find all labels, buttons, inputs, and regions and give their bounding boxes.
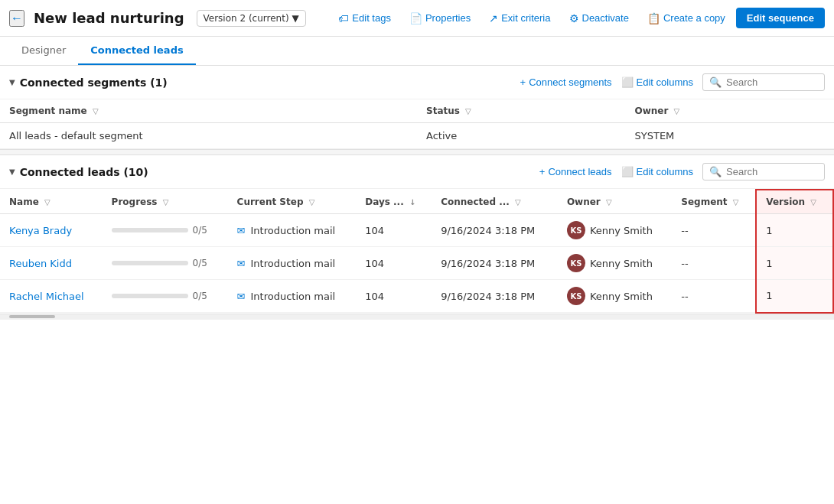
owner-name: Kenny Smith (590, 291, 653, 302)
connected-cell: 9/16/2024 3:18 PM (432, 280, 558, 313)
col-days[interactable]: Days ... ↓ (356, 190, 432, 214)
segments-search-box[interactable]: 🔍 (702, 73, 825, 91)
col-segment[interactable]: Segment ▽ (672, 190, 756, 214)
leads-plus-icon: + (539, 166, 546, 177)
segment-cell: -- (672, 247, 756, 280)
segments-section-header: ▼ Connected segments (1) + Connect segme… (0, 66, 834, 99)
col-status[interactable]: Status ▽ (417, 99, 626, 123)
app-header: ← New lead nurturing Version 2 (current)… (0, 0, 834, 37)
connect-segments-button[interactable]: + Connect segments (520, 76, 612, 88)
segments-table-header-row: Segment name ▽ Status ▽ Owner ▽ (0, 99, 834, 123)
connect-segments-label: Connect segments (529, 76, 611, 88)
avatar: KS (567, 221, 585, 239)
days-sort-icon: ↓ (409, 198, 415, 206)
col-version[interactable]: Version ▽ (756, 190, 833, 214)
leads-search-icon: 🔍 (709, 166, 722, 177)
leads-title-text: Connected leads (10) (20, 166, 148, 178)
status-cell: Active (417, 123, 626, 149)
connect-leads-button[interactable]: + Connect leads (539, 166, 612, 177)
version-sort-icon: ▽ (810, 198, 816, 206)
exit-criteria-button[interactable]: ↗ Exit criteria (481, 8, 558, 28)
segment-sort-icon: ▽ (733, 198, 739, 206)
leads-section-title[interactable]: ▼ Connected leads (10) (9, 166, 148, 178)
progress-cell: 0/5 (103, 247, 228, 280)
current-step-cell: ✉ Introduction mail (228, 280, 357, 313)
mail-icon: ✉ (237, 291, 246, 302)
connected-sort-icon: ▽ (515, 198, 521, 206)
progress-sort-icon: ▽ (163, 198, 169, 206)
segments-chevron: ▼ (9, 78, 15, 86)
segment-name-sort-icon: ▽ (93, 107, 99, 115)
col-progress[interactable]: Progress ▽ (103, 190, 228, 214)
progress-cell: 0/5 (103, 214, 228, 247)
table-row: Kenya Brady 0/5 ✉ Introduction mail 104 … (0, 214, 833, 247)
properties-button[interactable]: 📄 Properties (402, 8, 478, 28)
edit-sequence-button[interactable]: Edit sequence (736, 8, 825, 28)
col-segment-name[interactable]: Segment name ▽ (0, 99, 417, 123)
properties-icon: 📄 (409, 12, 422, 24)
version-cell: 1 (756, 214, 833, 247)
tab-designer[interactable]: Designer (9, 37, 78, 65)
table-row: Rachel Michael 0/5 ✉ Introduction mail 1… (0, 280, 833, 313)
page-title: New lead nurturing (34, 10, 184, 26)
create-copy-button[interactable]: 📋 Create a copy (640, 8, 733, 28)
leads-section-header: ▼ Connected leads (10) + Connect leads ⬜… (0, 155, 834, 189)
back-button[interactable]: ← (9, 10, 24, 27)
edit-columns-segments-button[interactable]: ⬜ Edit columns (621, 76, 693, 88)
edit-columns-segments-label: Edit columns (637, 76, 693, 88)
header-actions: 🏷 Edit tags 📄 Properties ↗ Exit criteria… (331, 8, 825, 28)
edit-columns-leads-button[interactable]: ⬜ Edit columns (621, 166, 693, 177)
segments-search-input[interactable] (726, 76, 818, 88)
col-owner[interactable]: Owner ▽ (626, 99, 834, 123)
search-icon: 🔍 (709, 76, 722, 88)
edit-tags-label: Edit tags (352, 12, 391, 24)
connected-cell: 9/16/2024 3:18 PM (432, 214, 558, 247)
owner-cell: KS Kenny Smith (558, 280, 672, 313)
exit-criteria-label: Exit criteria (501, 12, 550, 24)
current-step-sort-icon: ▽ (309, 198, 315, 206)
mail-icon: ✉ (237, 258, 246, 269)
deactivate-button[interactable]: ⚙ Deactivate (562, 8, 637, 28)
scrollbar-thumb[interactable] (9, 315, 55, 318)
segments-section-actions: + Connect segments ⬜ Edit columns 🔍 (520, 73, 825, 91)
col-lead-name[interactable]: Name ▽ (0, 190, 103, 214)
owner-cell: SYSTEM (626, 123, 834, 149)
leads-section-actions: + Connect leads ⬜ Edit columns 🔍 (539, 163, 825, 180)
days-cell: 104 (356, 280, 432, 313)
avatar: KS (567, 287, 585, 305)
leads-columns-icon: ⬜ (621, 166, 634, 177)
tag-icon: 🏷 (338, 12, 349, 24)
owner-cell: KS Kenny Smith (558, 247, 672, 280)
col-lead-owner[interactable]: Owner ▽ (558, 190, 672, 214)
owner-sort-icon: ▽ (674, 107, 680, 115)
lead-owner-sort-icon: ▽ (606, 198, 612, 206)
owner-name: Kenny Smith (590, 258, 653, 269)
version-cell: 1 (756, 247, 833, 280)
leads-search-box[interactable]: 🔍 (702, 163, 825, 180)
version-cell: 1 (756, 280, 833, 313)
avatar: KS (567, 254, 585, 272)
days-cell: 104 (356, 214, 432, 247)
status-sort-icon: ▽ (465, 107, 471, 115)
edit-tags-button[interactable]: 🏷 Edit tags (331, 8, 399, 28)
col-current-step[interactable]: Current Step ▽ (228, 190, 357, 214)
owner-cell: KS Kenny Smith (558, 214, 672, 247)
horizontal-scrollbar[interactable] (0, 314, 834, 320)
leads-search-input[interactable] (726, 166, 818, 177)
table-row: All leads - default segment Active SYSTE… (0, 123, 834, 149)
segment-cell: -- (672, 214, 756, 247)
current-step-cell: ✉ Introduction mail (228, 214, 357, 247)
leads-section: ▼ Connected leads (10) + Connect leads ⬜… (0, 155, 834, 314)
segment-cell: -- (672, 280, 756, 313)
leads-table: Name ▽ Progress ▽ Current Step ▽ Days ..… (0, 189, 834, 314)
tab-connected-leads[interactable]: Connected leads (78, 37, 195, 65)
table-row: Reuben Kidd 0/5 ✉ Introduction mail 104 … (0, 247, 833, 280)
col-connected[interactable]: Connected ... ▽ (432, 190, 558, 214)
segments-section-title[interactable]: ▼ Connected segments (1) (9, 76, 168, 89)
lead-name-cell: Rachel Michael (0, 280, 103, 313)
lead-name-sort-icon: ▽ (44, 198, 50, 206)
version-selector[interactable]: Version 2 (current) ▼ (197, 10, 306, 27)
connect-leads-label: Connect leads (548, 166, 611, 177)
leads-table-header-row: Name ▽ Progress ▽ Current Step ▽ Days ..… (0, 190, 833, 214)
current-step-cell: ✉ Introduction mail (228, 247, 357, 280)
